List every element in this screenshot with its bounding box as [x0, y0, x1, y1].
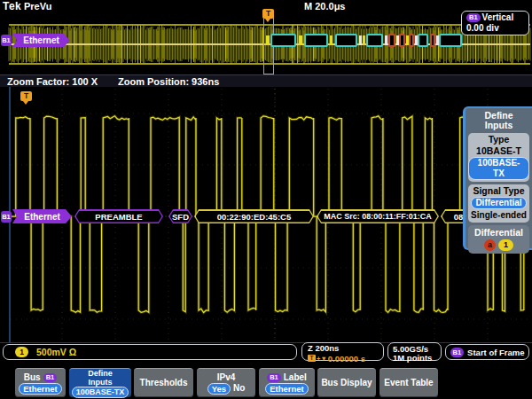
decode-field-mac-src: MAC Src: 08:00:11:FF:01:CA [317, 209, 439, 223]
vertical-value: 0.00 div [466, 23, 499, 34]
overview-packet-box [439, 34, 462, 47]
bus-event-readout: B1 Start of Frame [445, 344, 529, 360]
zoom-timebase: Z 200ns [308, 344, 383, 353]
menu-button-bus[interactable]: Bus B1 Ethernet [15, 368, 66, 397]
overview-bus-badge: B1 [1, 35, 12, 46]
zoom-factor-readout: Zoom Factor: 100 X [7, 76, 98, 87]
menu-button-thresholds[interactable]: Thresholds [134, 368, 193, 397]
oscilloscope-screen: Tek PreVu M 20.0μs B1 Ethernet T B1 Vert… [0, 0, 532, 399]
trigger-marker-icon[interactable]: T [262, 9, 274, 19]
label-ethernet-pill: Ethernet [265, 383, 309, 395]
decode-bus-label[interactable]: Ethernet [12, 209, 72, 223]
trigger-arrows-icon: +▼ [317, 355, 327, 363]
type-option-10base-t[interactable]: 10BASE-T [468, 145, 529, 157]
overview-packet-box [304, 34, 328, 47]
overview-packet-box [366, 34, 383, 47]
overview-packet-box [388, 34, 395, 47]
zoom-scale-readout: Z 200ns T +▼ 0.00000 s [301, 342, 384, 361]
overview-packet-box [418, 34, 428, 47]
overview-packet-box [409, 34, 414, 47]
b1-badge: B1 [43, 373, 58, 382]
overview-packet-box [335, 34, 357, 47]
overview-decode-tick [330, 35, 332, 45]
ipv4-no-label: No [233, 383, 245, 394]
record-length: 1M points [393, 354, 441, 363]
decode-field-preamble: PREAMBLE [74, 209, 163, 223]
multipurpose-a-badge[interactable]: a [484, 239, 496, 251]
b1-badge: B1 [267, 373, 281, 382]
b1-badge: B1 [450, 348, 465, 357]
decode-bus-badge: B1 [1, 211, 12, 223]
panel-section-differential-source: Differential a 1 [468, 225, 529, 254]
zoom-info-bar: Zoom Factor: 100 X Zoom Position: 936ns [0, 74, 532, 87]
ipv4-yes-pill: Yes [207, 383, 231, 395]
overview-decode-tick [363, 35, 365, 45]
menu-button-ipv4[interactable]: IPv4 Yes No [197, 368, 255, 397]
type-option-100base-tx[interactable]: 100BASE-TX [468, 157, 529, 180]
overview-decode-tick [385, 35, 387, 45]
overview-bus-label[interactable]: Ethernet [12, 34, 70, 47]
channel-1-badge: 1 [15, 347, 28, 357]
b1-badge: B1 [466, 13, 481, 22]
define-inputs-pill: 100BASE-TX [72, 387, 129, 398]
sample-rate: 5.00GS/s [393, 345, 441, 354]
decode-field-mac-dest: 00:22:90:ED:45:C5 [194, 209, 314, 223]
zoom-waveform-area: T B1 Ethernet PREAMBLE SFD 00:22:90:ED:4… [0, 87, 532, 343]
acquisition-readout: 5.00GS/s 1M points [387, 342, 442, 361]
channel-1-source-badge[interactable]: 1 [498, 239, 513, 251]
overview-packet-box [430, 34, 435, 47]
signal-option-single-ended[interactable]: Single-ended [468, 209, 529, 221]
panel-section-type: Type 10BASE-T 100BASE-TX [468, 133, 529, 182]
decode-field-sfd: SFD [168, 209, 192, 223]
menu-button-define-inputs[interactable]: Define Inputs 100BASE-TX [69, 368, 131, 397]
trigger-position-value: 0.00000 s [328, 354, 365, 364]
bottom-menu-bar: Bus B1 Ethernet Define Inputs 100BASE-TX… [0, 365, 532, 399]
differential-heading: Differential [468, 227, 529, 239]
zoom-trigger-marker-icon[interactable]: T [20, 91, 32, 101]
signal-type-heading: Signal Type [468, 185, 529, 197]
signal-option-differential[interactable]: Differential [471, 197, 526, 209]
zoom-position-readout: Zoom Position: 936ns [118, 76, 219, 87]
channel-readout: 1 500mV Ω [3, 344, 297, 360]
overview-decode-tick [299, 35, 302, 45]
menu-button-label[interactable]: B1 Label Ethernet [259, 368, 315, 397]
type-heading: Type [468, 134, 529, 145]
channel-scale-readout: 500mV Ω [36, 347, 76, 357]
panel-title: Define Inputs [466, 108, 532, 130]
bus-ethernet-pill: Ethernet [19, 383, 62, 395]
overview-packet-box [270, 34, 296, 47]
overview-decode-tick [359, 35, 362, 45]
bus-vertical-readout: B1 Vertical 0.00 div [461, 11, 529, 35]
menu-button-event-table[interactable]: Event Table [379, 368, 438, 397]
vertical-label: Vertical [482, 12, 514, 23]
overview-decode-tick [266, 35, 270, 45]
overview-packet-box [399, 34, 405, 47]
menu-button-bus-display[interactable]: Bus Display [317, 368, 376, 397]
bus-event-text: Start of Frame [467, 348, 524, 357]
define-inputs-panel: Define Inputs Type 10BASE-T 100BASE-TX S… [463, 106, 532, 250]
panel-section-signal-type: Signal Type Differential Single-ended [468, 184, 529, 223]
trigger-position-icon: T [308, 355, 316, 362]
